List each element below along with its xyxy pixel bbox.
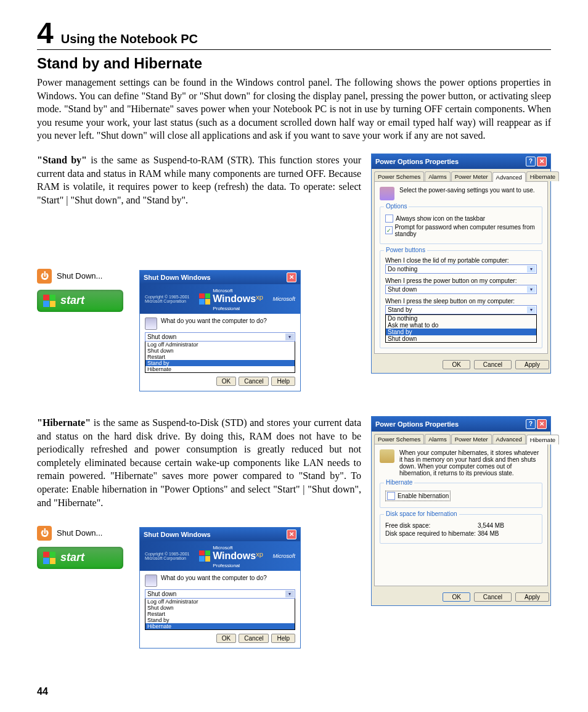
shutdown-combo-list[interactable]: Log off Administrator Shut down Restart …	[145, 342, 295, 373]
cancel-button[interactable]: Cancel	[239, 377, 269, 386]
label-taskbar: Always show icon on the taskbar	[396, 215, 485, 222]
combo-option[interactable]: Restart	[145, 354, 295, 360]
shutdown-question: What do you want the computer to do?	[161, 317, 267, 324]
lid-label: When I close the lid of my portable comp…	[385, 257, 537, 264]
combo-option[interactable]: Shut down	[145, 605, 295, 611]
windows-logo-icon	[43, 295, 55, 307]
hibernate-paragraph: "Hibernate" is the same as Suspend-to-Di…	[37, 416, 361, 509]
shutdown-combo[interactable]: Shut down▾	[145, 589, 295, 599]
chapter-header: 4 Using the Notebook PC	[37, 18, 551, 50]
combo-option[interactable]: Restart	[145, 611, 295, 617]
ok-button[interactable]: OK	[443, 360, 470, 369]
checkbox-taskbar[interactable]	[385, 215, 393, 223]
chapter-title: Using the Notebook PC	[61, 32, 198, 46]
power-options-hibernate-window: Power Options Properties ? ✕ Power Schem…	[371, 416, 551, 606]
tab-power-schemes[interactable]: Power Schemes	[374, 434, 424, 444]
combo-option[interactable]: Hibernate	[145, 366, 295, 372]
req-disk-value: 384 MB	[478, 530, 499, 537]
cancel-button[interactable]: Cancel	[239, 634, 269, 643]
copyright-text: Copyright © 1985-2001 Microsoft Corporat…	[145, 295, 189, 303]
combo-option[interactable]: Stand by	[145, 617, 295, 623]
sleep-option[interactable]: Do nothing	[386, 315, 536, 322]
combo-option[interactable]: Log off Administrator	[145, 342, 295, 348]
window-title: Shut Down Windows	[144, 531, 211, 538]
combo-option[interactable]: Shut down	[145, 348, 295, 354]
shutdown-window: Shut Down Windows ✕ Copyright © 1985-200…	[139, 270, 301, 391]
lid-dropdown[interactable]: Do nothing▾	[385, 264, 537, 274]
shutdown-question: What do you want the computer to do?	[161, 575, 267, 581]
window-title: Shut Down Windows	[144, 274, 211, 281]
tab-alarms[interactable]: Alarms	[425, 171, 451, 181]
help-icon[interactable]: ?	[526, 419, 536, 429]
ok-button[interactable]: OK	[443, 592, 470, 602]
chevron-down-icon: ▾	[285, 333, 294, 340]
advanced-intro: Select the power-saving settings you wan…	[399, 187, 535, 194]
help-icon[interactable]: ?	[526, 157, 536, 166]
close-icon[interactable]: ✕	[537, 419, 547, 429]
close-icon[interactable]: ✕	[537, 157, 547, 166]
group-hibernate: Hibernate	[384, 479, 414, 486]
combo-option[interactable]: Log off Administrator	[145, 599, 295, 605]
drive-icon	[380, 449, 394, 463]
start-button[interactable]: start	[37, 290, 123, 312]
group-power-buttons: Power buttons	[384, 247, 427, 253]
combo-option[interactable]: Stand by	[145, 360, 295, 366]
free-disk-key: Free disk space:	[385, 522, 478, 529]
tab-advanced[interactable]: Advanced	[492, 434, 526, 444]
shutdown-menu-item[interactable]: ⏻ Shut Down...	[37, 269, 129, 284]
group-disk-space: Disk space for hibernation	[384, 510, 459, 517]
shutdown-combo-list[interactable]: Log off Administrator Shut down Restart …	[145, 599, 295, 630]
checkbox-prompt[interactable]: ✓	[385, 226, 393, 234]
start-label: start	[60, 294, 84, 307]
label-prompt: Prompt for password when computer resume…	[395, 224, 537, 237]
combo-option[interactable]: Hibernate	[145, 623, 295, 629]
chevron-down-icon: ▾	[527, 286, 536, 293]
sleep-option[interactable]: Stand by	[386, 329, 536, 335]
tab-power-meter[interactable]: Power Meter	[451, 171, 492, 181]
help-button[interactable]: Help	[271, 377, 295, 386]
apply-button[interactable]: Apply	[515, 592, 549, 602]
sleep-dropdown[interactable]: Stand by▾	[385, 305, 537, 314]
shutdown-label: Shut Down...	[57, 271, 102, 280]
hibernate-intro: When your computer hibernates, it stores…	[399, 449, 542, 477]
chevron-down-icon: ▾	[527, 306, 536, 313]
tab-advanced[interactable]: Advanced	[492, 172, 526, 182]
intro-paragraph: Power management settings can be found i…	[37, 76, 551, 142]
close-icon[interactable]: ✕	[287, 530, 296, 539]
shutdown-combo[interactable]: Shut down▾	[145, 332, 295, 342]
ok-button[interactable]: OK	[216, 377, 236, 386]
close-icon[interactable]: ✕	[287, 272, 296, 282]
plug-icon	[380, 187, 394, 200]
tab-power-schemes[interactable]: Power Schemes	[374, 171, 424, 181]
chapter-number: 4	[37, 18, 54, 48]
sleep-button-label: When I press the sleep button on my comp…	[385, 298, 537, 305]
sleep-dropdown-list[interactable]: Do nothing Ask me what to do Stand by Sh…	[385, 314, 537, 343]
window-title: Power Options Properties	[375, 158, 459, 165]
copyright-text: Copyright © 1985-2001 Microsoft Corporat…	[145, 552, 189, 560]
tab-hibernate[interactable]: Hibernate	[526, 435, 559, 444]
start-button[interactable]: start	[37, 547, 123, 569]
windows-flag-icon	[199, 550, 210, 562]
cancel-button[interactable]: Cancel	[474, 592, 512, 602]
ok-button[interactable]: OK	[216, 634, 236, 643]
sleep-option[interactable]: Ask me what to do	[386, 322, 536, 329]
sleep-option[interactable]: Shut down	[386, 335, 536, 342]
power-button-label: When I press the power button on my comp…	[385, 277, 537, 284]
req-disk-key: Disk space required to hibernate:	[385, 530, 478, 537]
tab-alarms[interactable]: Alarms	[425, 434, 451, 444]
shutdown-label: Shut Down...	[57, 528, 102, 538]
section-title: Stand by and Hibernate	[37, 55, 551, 72]
apply-button[interactable]: Apply	[515, 360, 549, 369]
group-options: Options	[384, 203, 409, 210]
help-button[interactable]: Help	[271, 634, 295, 643]
checkbox-enable-hibernate[interactable]	[387, 492, 395, 500]
tab-power-meter[interactable]: Power Meter	[451, 434, 492, 444]
shutdown-window: Shut Down Windows ✕ Copyright © 1985-200…	[139, 527, 301, 649]
cancel-button[interactable]: Cancel	[474, 360, 512, 369]
pc-icon	[145, 317, 157, 330]
tab-hibernate[interactable]: Hibernate	[526, 171, 559, 181]
power-dropdown[interactable]: Shut down▾	[385, 285, 537, 294]
pc-icon	[145, 575, 157, 587]
free-disk-value: 3,544 MB	[478, 522, 504, 529]
shutdown-menu-item[interactable]: ⏻ Shut Down...	[37, 526, 129, 541]
